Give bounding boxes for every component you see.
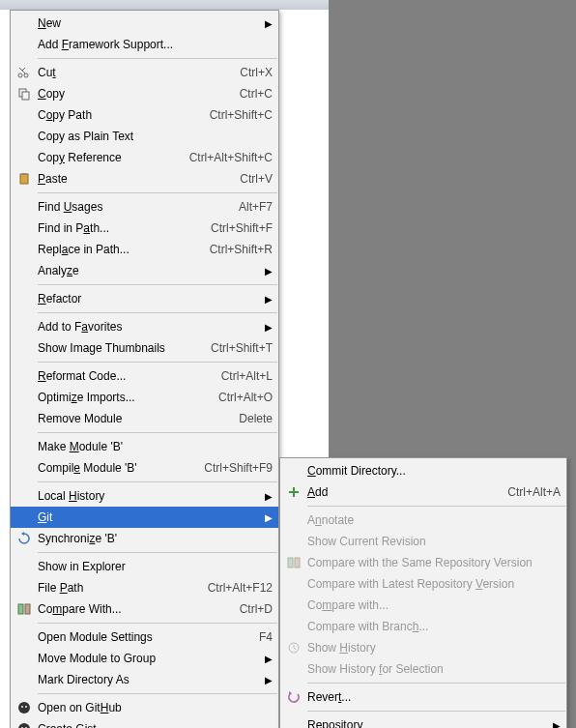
blank-icon (14, 291, 34, 306)
menu-item-cut[interactable]: Cut Ctrl+X (11, 62, 278, 83)
menu-item-copy[interactable]: Copy Ctrl+C (11, 83, 278, 104)
blank-icon (14, 510, 34, 525)
menu-item-git[interactable]: Git ▶ (11, 507, 278, 528)
blank-icon (14, 15, 34, 31)
submenu-arrow-icon: ▶ (257, 512, 273, 523)
menu-item-remove-module[interactable]: Remove Module Delete (11, 408, 278, 429)
menu-label: Copy Reference (34, 151, 178, 164)
github-icon (14, 721, 34, 728)
menu-item-move-module[interactable]: Move Module to Group ▶ (11, 648, 278, 669)
menu-label: Make Module 'B' (34, 440, 273, 453)
menu-item-commit-directory[interactable]: Commit Directory... (280, 460, 566, 481)
blank-icon (284, 661, 303, 677)
sync-icon (14, 531, 34, 546)
menu-item-open-module-settings[interactable]: Open Module Settings F4 (11, 626, 278, 648)
menu-item-analyze[interactable]: Analyze ▶ (11, 260, 278, 281)
menu-label: Optimize Imports... (34, 391, 207, 404)
menu-item-add[interactable]: Add Ctrl+Alt+A (280, 481, 566, 503)
menu-label: Show in Explorer (34, 560, 273, 573)
blank-icon (284, 463, 303, 479)
revert-icon (284, 689, 303, 705)
menu-item-compare-branch: Compare with Branch... (280, 616, 566, 637)
menu-label: Show Image Thumbnails (34, 341, 199, 355)
scissors-icon (14, 65, 34, 80)
menu-shortcut: Ctrl+Shift+T (199, 341, 273, 355)
diff-icon (284, 555, 303, 570)
menu-separator (307, 506, 565, 507)
menu-label: Copy as Plain Text (34, 130, 273, 143)
menu-label: Add Framework Support... (34, 38, 273, 51)
menu-separator (38, 312, 277, 313)
menu-item-show-thumbnails[interactable]: Show Image Thumbnails Ctrl+Shift+T (11, 337, 278, 359)
svg-rect-17 (288, 558, 293, 568)
git-submenu: Commit Directory... Add Ctrl+Alt+A Annot… (279, 457, 567, 728)
menu-shortcut: Ctrl+Shift+F9 (192, 461, 273, 475)
menu-item-compare-with[interactable]: Compare With... Ctrl+D (11, 598, 278, 620)
blank-icon (14, 368, 34, 384)
menu-item-copy-reference[interactable]: Copy Reference Ctrl+Alt+Shift+C (11, 147, 278, 168)
menu-item-reformat[interactable]: Reformat Code... Ctrl+Alt+L (11, 365, 278, 387)
blank-icon (14, 199, 34, 215)
menu-item-synchronize[interactable]: Synchronize 'B' (11, 528, 278, 549)
menu-separator (38, 623, 277, 624)
menu-separator (38, 693, 277, 694)
menu-label: Compare with the Same Repository Version (303, 556, 561, 569)
menu-label: Find Usages (34, 200, 227, 214)
menu-item-replace-in-path[interactable]: Replace in Path... Ctrl+Shift+R (11, 239, 278, 260)
menu-item-compare-latest: Compare with Latest Repository Version (280, 573, 566, 595)
blank-icon (14, 129, 34, 144)
menu-item-open-on-github[interactable]: Open on GitHub (11, 697, 278, 718)
menu-item-find-usages[interactable]: Find Usages Alt+F7 (11, 196, 278, 218)
svg-point-10 (25, 706, 27, 708)
menu-item-make-module[interactable]: Make Module 'B' (11, 436, 278, 457)
blank-icon (14, 263, 34, 278)
menu-item-add-to-favorites[interactable]: Add to Favorites ▶ (11, 316, 278, 337)
menu-label: Compare With... (34, 602, 228, 616)
menu-item-mark-directory[interactable]: Mark Directory As ▶ (11, 669, 278, 690)
menu-item-revert[interactable]: Revert... (280, 686, 566, 708)
menu-item-copy-path[interactable]: Copy Path Ctrl+Shift+C (11, 104, 278, 126)
blank-icon (14, 672, 34, 687)
menu-label: Add (303, 485, 496, 499)
menu-label: Repository (303, 718, 545, 728)
menu-item-refactor[interactable]: Refactor ▶ (11, 288, 278, 309)
menu-label: New (34, 16, 257, 30)
svg-rect-3 (22, 92, 29, 100)
submenu-arrow-icon: ▶ (257, 491, 273, 502)
menu-item-repository[interactable]: Repository ▶ (280, 714, 566, 728)
menu-shortcut: Ctrl+C (228, 87, 273, 101)
submenu-arrow-icon: ▶ (257, 675, 273, 685)
menu-item-create-gist[interactable]: Create Gist... (11, 718, 278, 728)
history-icon (284, 640, 303, 655)
menu-item-add-framework[interactable]: Add Framework Support... (11, 34, 278, 55)
menu-item-local-history[interactable]: Local History ▶ (11, 485, 278, 507)
menu-separator (38, 192, 277, 193)
menu-item-paste[interactable]: Paste Ctrl+V (11, 168, 278, 189)
menu-item-file-path[interactable]: File Path Ctrl+Alt+F12 (11, 577, 278, 598)
menu-shortcut: Ctrl+Alt+O (207, 391, 273, 404)
blank-icon (14, 242, 34, 257)
blank-icon (284, 717, 303, 728)
menu-separator (38, 284, 277, 285)
menu-item-show-in-explorer[interactable]: Show in Explorer (11, 556, 278, 577)
submenu-arrow-icon: ▶ (257, 654, 273, 664)
menu-shortcut: Ctrl+Alt+L (210, 369, 273, 383)
menu-label: Refactor (34, 292, 257, 306)
blank-icon (14, 220, 34, 236)
menu-item-new[interactable]: New ▶ (11, 13, 278, 34)
menu-label: Replace in Path... (34, 243, 198, 256)
menu-separator (307, 711, 565, 712)
menu-label: Cut (34, 66, 228, 79)
menu-shortcut: Ctrl+Shift+R (198, 243, 273, 256)
menu-label: Show Current Revision (303, 535, 561, 548)
menu-label: Show History for Selection (303, 662, 561, 676)
menu-item-copy-plain[interactable]: Copy as Plain Text (11, 126, 278, 147)
blank-icon (284, 534, 303, 549)
menu-item-compile-module[interactable]: Compile Module 'B' Ctrl+Shift+F9 (11, 457, 278, 479)
menu-label: Synchronize 'B' (34, 532, 273, 545)
svg-rect-6 (18, 604, 23, 614)
menu-item-optimize-imports[interactable]: Optimize Imports... Ctrl+Alt+O (11, 387, 278, 408)
menu-item-find-in-path[interactable]: Find in Path... Ctrl+Shift+F (11, 218, 278, 239)
menu-label: Git (34, 510, 257, 524)
menu-label: Annotate (303, 513, 561, 527)
